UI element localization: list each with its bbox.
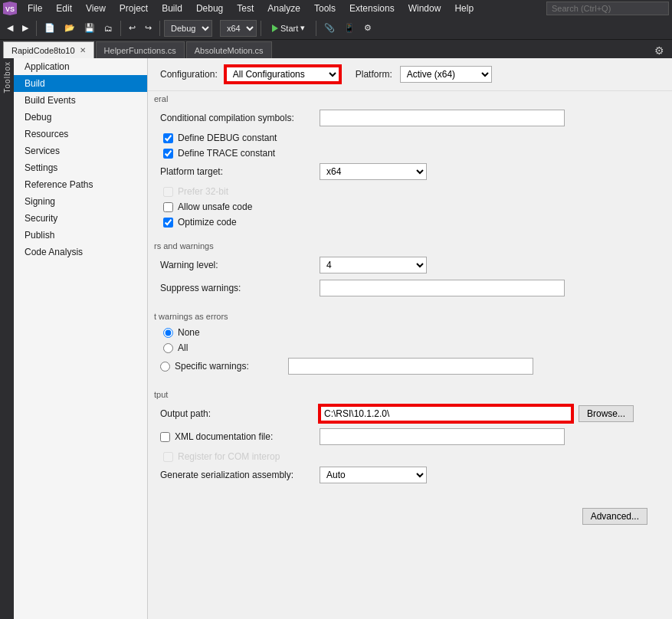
nav-item-reference-paths[interactable]: Reference Paths [14,176,147,193]
allow-unsafe-label: Allow unsafe code [178,201,252,212]
platform-target-label: Platform target: [160,166,313,177]
start-dropdown-arrow[interactable]: ▾ [300,23,305,33]
browse-button[interactable]: Browse... [579,405,634,422]
xml-doc-input[interactable] [320,428,565,445]
warning-level-label: Warning level: [160,260,313,270]
start-label: Start [280,24,298,33]
general-section-header: eral [148,91,672,103]
search-input[interactable] [546,2,669,15]
menu-item-edit[interactable]: Edit [50,2,78,15]
menu-bar: VS const md = JSON.parse(document.getEle… [0,0,672,17]
serialization-label: Generate serialization assembly: [160,470,313,480]
output-path-input[interactable] [320,405,572,422]
platform-dropdown[interactable]: x64 [220,20,257,37]
debug-config-dropdown[interactable]: Debug [164,20,212,37]
specific-radio[interactable] [160,362,170,372]
app-logo: VS [3,2,17,15]
nav-item-services[interactable]: Services [14,142,147,159]
open-btn[interactable]: 📂 [61,20,79,37]
toolbox-label[interactable]: Toolbox [3,61,11,93]
advanced-button[interactable]: Advanced... [582,508,647,525]
content-panel: Configuration: All Configurations Active… [148,58,672,619]
suppress-warnings-row: Suppress warnings: [160,280,660,296]
menu-item-window[interactable]: Window [402,2,447,15]
tabs-gear-icon[interactable]: ⚙ [650,43,669,58]
back-btn[interactable]: ◀ [3,20,17,37]
define-trace-row: Define TRACE constant [160,148,660,159]
prefer-32bit-label: Prefer 32-bit [178,186,228,197]
allow-unsafe-checkbox[interactable] [163,202,173,212]
device-btn[interactable]: 📱 [340,20,359,37]
tab-label: RapidCode8to10 [11,46,75,55]
output-path-label: Output path: [160,408,313,419]
nav-item-resources[interactable]: Resources [14,126,147,142]
register-com-label: Register for COM interop [178,451,280,462]
platform-target-dropdown[interactable]: x64 x86 Any CPU [320,163,427,180]
suppress-warnings-label: Suppress warnings: [160,283,313,293]
tab-rapidcode[interactable]: RapidCode8to10 ✕ [3,41,94,58]
menu-item-tools[interactable]: Tools [308,2,342,15]
all-radio-row: All [160,342,660,353]
menu-item-file[interactable]: File [21,2,48,15]
sep5 [316,21,316,36]
menu-item-view[interactable]: View [80,2,112,15]
configuration-dropdown[interactable]: All Configurations Active (Debug) Debug … [225,66,340,83]
nav-item-application[interactable]: Application [14,58,147,75]
xml-doc-checkbox[interactable] [160,432,170,442]
conditional-symbols-label: Conditional compilation symbols: [160,113,313,123]
register-com-row: Register for COM interop [160,451,660,462]
nav-item-build-events[interactable]: Build Events [14,92,147,109]
general-form: Conditional compilation symbols: Define … [148,103,672,238]
nav-item-security[interactable]: Security [14,210,147,227]
start-btn[interactable]: Start ▾ [265,20,312,37]
menu-item-analyze[interactable]: Analyze [261,2,306,15]
specific-warnings-input[interactable] [288,358,533,375]
prefer-32bit-checkbox[interactable] [163,187,173,197]
none-radio[interactable] [163,328,173,338]
toolbox-strip: Toolbox [0,58,14,619]
tab-absolutemotion[interactable]: AbsoluteMotion.cs [186,41,272,58]
optimize-code-label: Optimize code [178,217,237,228]
optimize-code-row: Optimize code [160,217,660,228]
forward-btn[interactable]: ▶ [18,20,32,37]
menu-item-build[interactable]: Build [156,2,188,15]
tab-close-rapidcode[interactable]: ✕ [80,46,86,54]
sep3 [159,21,160,36]
sep2 [120,21,121,36]
tab-label: HelperFunctions.cs [104,46,176,55]
register-com-checkbox[interactable] [163,452,173,462]
menu-item-debug[interactable]: Debug [190,2,229,15]
define-debug-checkbox[interactable] [163,133,173,143]
optimize-code-checkbox[interactable] [163,218,173,228]
warning-level-row: Warning level: 4 0123 [160,257,660,273]
conditional-symbols-input[interactable] [320,110,565,126]
nav-item-signing[interactable]: Signing [14,193,147,210]
menu-item-project[interactable]: Project [113,2,154,15]
output-section-header: tput [148,387,672,399]
menu-item-extensions[interactable]: Extensions [343,2,401,15]
nav-item-publish[interactable]: Publish [14,227,147,244]
platform-select[interactable]: Active (x64) x64 x86 Any CPU [400,66,492,83]
tab-label: AbsoluteMotion.cs [195,46,264,55]
define-trace-checkbox[interactable] [163,149,173,159]
attach-btn[interactable]: 📎 [320,20,339,37]
save-all-btn[interactable]: 🗂 [100,20,116,37]
menu-item-help[interactable]: Help [448,2,480,15]
nav-item-debug[interactable]: Debug [14,109,147,126]
suppress-warnings-input[interactable] [320,280,565,296]
serialization-dropdown[interactable]: Auto On Off [320,467,427,483]
svg-text:VS: VS [5,5,15,13]
nav-item-settings[interactable]: Settings [14,159,147,176]
nav-item-build[interactable]: Build [14,75,147,92]
tab-helperfunctions[interactable]: HelperFunctions.cs [96,41,185,58]
save-btn[interactable]: 💾 [80,20,99,37]
settings-btn[interactable]: ⚙ [360,20,375,37]
undo-btn[interactable]: ↩ [125,20,139,37]
main-area: Toolbox Application Build Build Events D… [0,58,672,619]
nav-item-code-analysis[interactable]: Code Analysis [14,244,147,260]
all-radio[interactable] [163,343,173,353]
warning-level-dropdown[interactable]: 4 0123 [320,257,427,273]
menu-item-test[interactable]: Test [231,2,260,15]
redo-btn[interactable]: ↪ [141,20,156,37]
new-btn[interactable]: 📄 [41,20,59,37]
